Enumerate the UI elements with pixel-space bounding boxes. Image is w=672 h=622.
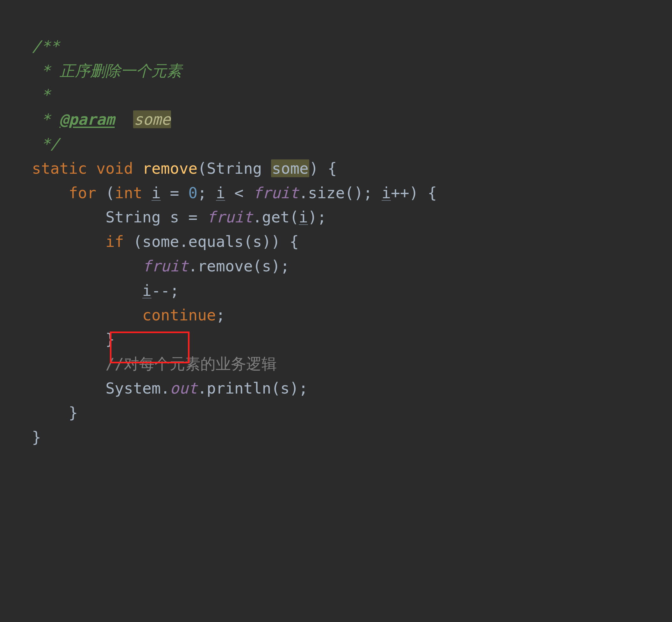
kw-void: void <box>96 160 133 177</box>
brace: } <box>32 428 41 446</box>
type-string: String <box>105 208 161 226</box>
kw-continue: continue <box>142 306 216 324</box>
indent <box>32 355 105 373</box>
punct: --; <box>152 282 179 299</box>
punct: (some.equals(s)) { <box>124 233 299 250</box>
field-fruit: fruit <box>142 257 189 275</box>
field-fruit: fruit <box>207 208 253 226</box>
var-i: i <box>382 184 391 202</box>
punct: ) { <box>309 160 337 177</box>
static-out: out <box>170 379 197 397</box>
punct: ; <box>197 184 216 202</box>
code-editor[interactable]: /** * 正序删除一个元素 * * @param some */ static… <box>0 0 672 493</box>
punct: ( <box>96 184 115 202</box>
kw-int: int <box>115 184 142 202</box>
var-i: i <box>142 282 152 299</box>
punct: .size(); <box>299 184 382 202</box>
punct: < <box>225 184 253 202</box>
num-zero: 0 <box>188 184 197 202</box>
indent <box>32 208 105 226</box>
indent <box>32 379 105 397</box>
brace: } <box>105 330 115 348</box>
punct: ++) { <box>391 184 437 202</box>
punct: .remove(s); <box>188 257 289 275</box>
kw-if: if <box>105 233 124 250</box>
javadoc-line: * 正序删除一个元素 <box>32 62 182 79</box>
kw-for: for <box>69 184 96 202</box>
punct: = <box>161 184 189 202</box>
sys: System. <box>105 379 170 397</box>
line-comment: //对每个元素的业务逻辑 <box>105 355 277 373</box>
brace: } <box>69 404 78 421</box>
punct: ; <box>216 306 225 324</box>
javadoc-param-name: some <box>133 110 171 128</box>
indent <box>32 330 105 348</box>
field-fruit: fruit <box>253 184 299 202</box>
javadoc-line: * <box>32 110 60 128</box>
indent <box>32 306 142 324</box>
javadoc-open: /** <box>32 37 60 55</box>
indent <box>32 404 69 421</box>
punct: ( <box>197 160 207 177</box>
indent <box>32 282 142 299</box>
type-string: String <box>207 160 262 177</box>
punct: s = <box>161 208 207 226</box>
javadoc-close: */ <box>32 135 60 153</box>
javadoc-param-tag: @param <box>60 110 115 128</box>
space <box>142 184 152 202</box>
space <box>262 160 271 177</box>
punct: ); <box>308 208 326 226</box>
method-name: remove <box>142 160 197 177</box>
var-i: i <box>152 184 161 202</box>
kw-static: static <box>32 160 87 177</box>
punct: .get( <box>253 208 299 226</box>
indent <box>32 233 105 250</box>
punct: .println(s); <box>197 379 308 397</box>
param-name: some <box>271 160 309 177</box>
var-i: i <box>299 208 308 226</box>
var-i: i <box>216 184 225 202</box>
indent <box>32 257 142 275</box>
javadoc-line: * <box>32 86 50 104</box>
space <box>115 110 133 128</box>
